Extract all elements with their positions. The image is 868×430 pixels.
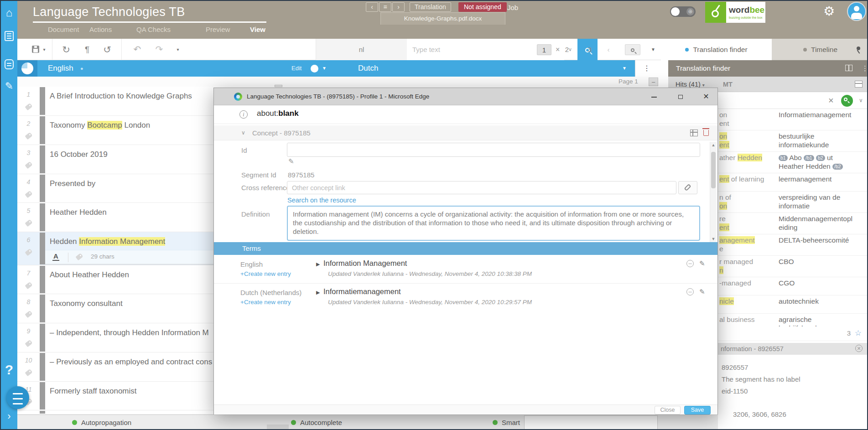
column-options-button[interactable]: ⋮: [635, 60, 658, 77]
star-icon[interactable]: ☆: [855, 328, 862, 338]
expand-triangle-icon[interactable]: ▶: [316, 261, 320, 267]
clear-search-icon[interactable]: ×: [556, 39, 560, 60]
pencil-icon[interactable]: ✎: [1, 80, 17, 92]
history-caret-icon[interactable]: ▾: [173, 39, 182, 60]
maximize-button[interactable]: [675, 88, 686, 105]
language-toggle[interactable]: ⊕: [670, 6, 696, 17]
menu-item-document[interactable]: Document: [48, 26, 79, 33]
finder-clear-icon[interactable]: ×: [828, 92, 834, 109]
hit-rating-row[interactable]: 3 ☆: [718, 326, 868, 341]
drag-handle[interactable]: [275, 85, 282, 87]
menu-item-preview[interactable]: Preview: [206, 26, 230, 33]
edit-caret-icon[interactable]: ▼: [322, 60, 327, 77]
tab-timeline[interactable]: Timeline: [772, 39, 868, 60]
save-button[interactable]: Save: [684, 406, 711, 414]
job-label[interactable]: Job: [507, 4, 518, 11]
grid-view-icon[interactable]: [690, 130, 698, 136]
edit-id-icon[interactable]: ✎: [288, 157, 294, 166]
format-icon[interactable]: A: [52, 252, 59, 261]
book-icon[interactable]: [5, 59, 14, 69]
refresh-search-icon[interactable]: ↺: [100, 39, 114, 60]
expand-chevron-icon[interactable]: ›: [1, 410, 17, 422]
translation-hit-row[interactable]: onentbestuurlijkeinformatiekunde: [718, 130, 868, 152]
save-caret-icon[interactable]: ▾: [41, 39, 47, 60]
translation-hit-row[interactable]: reentMiddenmanagementopleiding: [718, 213, 868, 234]
menu-item-actions[interactable]: Actions: [89, 26, 112, 33]
finder-search-button[interactable]: [841, 95, 853, 107]
close-window-button[interactable]: ✕: [700, 88, 712, 105]
undo-icon[interactable]: ↶: [130, 39, 144, 60]
edit-term-icon[interactable]: ✎: [699, 259, 705, 268]
translation-hit-row[interactable]: n ofonverspreiding van deinformatie: [718, 192, 868, 213]
redo-icon[interactable]: ↷: [152, 39, 166, 60]
home-icon[interactable]: ⌂: [1, 6, 17, 19]
page-search-button[interactable]: [625, 44, 640, 55]
page-button-2[interactable]: 2: [560, 44, 574, 55]
id-input[interactable]: [287, 143, 700, 157]
cross-reference-input[interactable]: [287, 181, 676, 194]
scrollbar-thumb[interactable]: [711, 152, 716, 188]
tag-icon[interactable]: [25, 103, 32, 110]
term-name[interactable]: Information Management: [323, 259, 407, 268]
save-icon[interactable]: [32, 46, 39, 53]
edit-toggle[interactable]: [311, 65, 318, 73]
tag-icon[interactable]: [25, 311, 32, 318]
panel-menu-icon[interactable]: ⋮: [862, 60, 868, 77]
translation-hit-row[interactable]: ent of learningleermanagement: [718, 173, 868, 192]
menu-item-view[interactable]: View: [250, 26, 265, 33]
menu-item-qa-checks[interactable]: QA Checks: [136, 26, 171, 33]
tab-translation-finder[interactable]: Translation finder: [661, 39, 772, 60]
search-resource-link[interactable]: Search on the resource: [287, 197, 356, 204]
tag-icon[interactable]: [25, 340, 32, 347]
segment-list-button[interactable]: ≡: [379, 2, 391, 12]
document-tab[interactable]: Knowledge-Graphs.pdf.docx: [380, 12, 505, 25]
translation-hit-row[interactable]: al businessagrarischebedrijfskunde: [718, 314, 868, 326]
popup-title-bar[interactable]: Language Technologies TB - (8975185) - P…: [214, 88, 717, 105]
tag-icon[interactable]: [75, 253, 83, 260]
expand-triangle-icon[interactable]: ▶: [316, 290, 320, 295]
tag-icon[interactable]: [25, 249, 32, 256]
status-autopropagation[interactable]: Autopropagation: [72, 419, 131, 426]
gear-icon[interactable]: ⚙: [823, 4, 835, 19]
next-segment-button[interactable]: ›: [392, 2, 405, 12]
pin-icon[interactable]: [857, 47, 860, 50]
prev-segment-button[interactable]: ‹: [366, 2, 378, 12]
help-icon[interactable]: ?: [1, 362, 17, 378]
minimize-button[interactable]: [648, 88, 660, 105]
remove-term-icon[interactable]: –: [686, 288, 694, 295]
create-entry-link[interactable]: +Create new entry: [240, 299, 291, 306]
target-caret-icon[interactable]: ▼: [622, 60, 627, 77]
list-panel-icon[interactable]: [5, 31, 14, 41]
search-language-badge[interactable]: nl: [316, 39, 407, 60]
tag-icon[interactable]: [25, 191, 32, 198]
refresh-icon[interactable]: ↻: [59, 39, 73, 60]
translation-hit-row[interactable]: r managednCBO: [718, 256, 868, 277]
delete-concept-icon[interactable]: [703, 130, 709, 136]
create-entry-link[interactable]: +Create new entry: [240, 270, 291, 277]
translation-hit-row[interactable]: nicleautotechniek: [718, 295, 868, 314]
collapse-chevron-icon[interactable]: ∨: [241, 125, 245, 140]
tag-icon[interactable]: [25, 132, 32, 140]
table-view-icon[interactable]: [855, 81, 863, 88]
popup-scrollbar[interactable]: ▲ ▼: [710, 142, 717, 242]
pilcrow-icon[interactable]: ¶: [80, 39, 94, 60]
edit-term-icon[interactable]: ✎: [699, 288, 705, 296]
avatar[interactable]: [847, 2, 866, 21]
translation-hit-row[interactable]: onentInformatiemanagement: [718, 109, 868, 130]
status-smart[interactable]: Smart: [493, 419, 520, 426]
translation-hit-row[interactable]: -managedCGO: [718, 277, 868, 295]
split-view-icon[interactable]: [845, 65, 852, 71]
page-prev-icon[interactable]: ‹: [603, 39, 614, 60]
collapse-button[interactable]: –: [649, 78, 658, 86]
scroll-down-icon[interactable]: ▼: [710, 237, 717, 241]
finder-caret-icon[interactable]: ∨: [859, 92, 863, 109]
page-button-1[interactable]: 1: [537, 44, 551, 55]
scroll-up-icon[interactable]: ▲: [710, 143, 717, 147]
info-icon[interactable]: i: [239, 110, 248, 119]
tag-icon[interactable]: [25, 219, 32, 227]
remove-term-icon[interactable]: –: [686, 260, 694, 267]
translation-hit-row[interactable]: anagementeDELTA-beheerscomité: [718, 234, 868, 256]
term-name[interactable]: Informatiemanagement: [323, 287, 401, 296]
page-button-3[interactable]: 3: [582, 44, 597, 55]
tag-icon[interactable]: [25, 161, 32, 169]
